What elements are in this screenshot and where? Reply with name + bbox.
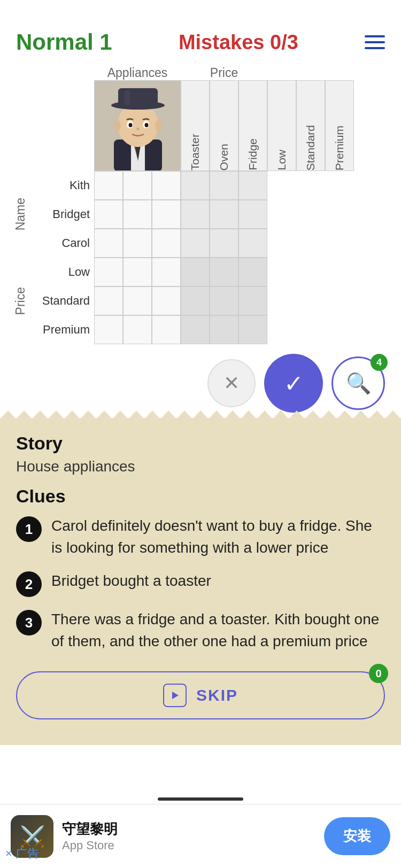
skip-button-wrapper: SKIP 0 <box>16 671 385 719</box>
confirm-button[interactable]: ✓ <box>264 354 323 413</box>
level-label: Normal 1 <box>16 29 112 55</box>
cell-standard-fridge[interactable] <box>152 286 181 315</box>
ad-banner: ⚔️ 守望黎明 App Store 安装 × 广告 <box>0 804 401 868</box>
cell-carol-premium[interactable] <box>238 229 267 258</box>
cell-standard-premium <box>238 286 267 315</box>
cell-kith-toaster[interactable] <box>94 171 123 200</box>
cell-premium-premium <box>238 315 267 344</box>
table-row-bridget[interactable] <box>94 200 354 229</box>
logic-grid: Appliances Price Name Price Kith Bridget… <box>0 66 401 344</box>
svg-point-14 <box>114 120 121 131</box>
cell-kith-premium[interactable] <box>238 171 267 200</box>
cell-premium-low <box>181 315 210 344</box>
header: Normal 1 Mistakes 0/3 <box>0 0 401 66</box>
clue-item-2: 2 Bridget bought a toaster <box>16 570 385 597</box>
cell-premium-toaster[interactable] <box>94 315 123 344</box>
cells-header-row: Toaster Oven Fridge Low Standard <box>94 80 354 171</box>
cell-bridget-oven[interactable] <box>123 200 152 229</box>
cell-low-premium <box>238 258 267 286</box>
svg-point-13 <box>145 123 149 127</box>
clue-number-3: 3 <box>16 610 42 636</box>
cell-low-toaster[interactable] <box>94 258 123 286</box>
col-header-oven: Oven <box>210 80 238 171</box>
col-header-fridge: Fridge <box>238 80 267 171</box>
cell-kith-fridge[interactable] <box>152 171 181 200</box>
cell-bridget-toaster[interactable] <box>94 200 123 229</box>
cell-carol-oven[interactable] <box>123 229 152 258</box>
cell-bridget-fridge[interactable] <box>152 200 181 229</box>
cell-bridget-premium[interactable] <box>238 200 267 229</box>
cell-standard-low <box>181 286 210 315</box>
ad-title: 守望黎明 <box>62 820 315 839</box>
cells-area: Toaster Oven Fridge Low Standard <box>94 80 354 344</box>
price-section-label: Price <box>11 258 30 344</box>
side-labels: Name Price <box>11 80 30 344</box>
ad-install-button[interactable]: 安装 <box>324 817 390 855</box>
row-name-low: Low <box>30 258 94 286</box>
cell-standard-oven[interactable] <box>123 286 152 315</box>
row-name-kith: Kith <box>30 171 94 200</box>
skip-play-icon <box>163 684 187 707</box>
row-name-carol: Carol <box>30 229 94 258</box>
clue-text-3: There was a fridge and a toaster. Kith b… <box>51 609 385 652</box>
story-text: House appliances <box>16 458 385 475</box>
svg-rect-8 <box>118 88 158 108</box>
cell-premium-oven[interactable] <box>123 315 152 344</box>
appliances-col-label: Appliances <box>94 66 181 80</box>
cell-low-low <box>181 258 210 286</box>
cell-bridget-standard[interactable] <box>210 200 238 229</box>
ad-subtitle: App Store <box>62 839 315 852</box>
cell-carol-fridge[interactable] <box>152 229 181 258</box>
ad-close-button[interactable]: × 广告 <box>5 846 39 862</box>
cell-kith-low[interactable] <box>181 171 210 200</box>
skip-label: SKIP <box>196 686 238 704</box>
story-title: Story <box>16 433 385 454</box>
clue-number-1: 1 <box>16 516 42 542</box>
cell-premium-fridge[interactable] <box>152 315 181 344</box>
row-name-col: Kith Bridget Carol Low Standard Premium <box>30 80 94 344</box>
table-row-standard[interactable] <box>94 286 354 315</box>
clue-number-2: 2 <box>16 571 42 597</box>
menu-button[interactable] <box>365 35 385 49</box>
search-badge: 4 <box>371 354 388 371</box>
table-row-premium[interactable] <box>94 315 354 344</box>
cell-carol-low[interactable] <box>181 229 210 258</box>
search-icon: 🔍 <box>346 371 371 395</box>
action-row: ✕ ✓ 🔍 4 <box>0 344 401 413</box>
cell-low-oven[interactable] <box>123 258 152 286</box>
cell-carol-toaster[interactable] <box>94 229 123 258</box>
col-header-premium: Premium <box>325 80 354 171</box>
ad-info: 守望黎明 App Store <box>62 820 315 852</box>
col-header-standard: Standard <box>296 80 325 171</box>
cell-bridget-low[interactable] <box>181 200 210 229</box>
cancel-button[interactable]: ✕ <box>207 359 256 407</box>
row-name-bridget: Bridget <box>30 200 94 229</box>
svg-point-15 <box>155 120 161 131</box>
svg-marker-16 <box>172 692 179 699</box>
clue-item-3: 3 There was a fridge and a toaster. Kith… <box>16 609 385 652</box>
table-inner: Kith Bridget Carol Low Standard Premium <box>30 80 354 344</box>
row-name-premium: Premium <box>30 315 94 344</box>
search-button[interactable]: 🔍 4 <box>331 356 385 410</box>
table-row-low[interactable] <box>94 258 354 286</box>
cell-kith-standard[interactable] <box>210 171 238 200</box>
row-name-standard: Standard <box>30 286 94 315</box>
cell-premium-standard <box>210 315 238 344</box>
clues-title: Clues <box>16 486 385 507</box>
svg-rect-9 <box>125 90 130 105</box>
table-row-carol[interactable] <box>94 229 354 258</box>
cell-kith-oven[interactable] <box>123 171 152 200</box>
skip-button[interactable]: SKIP <box>16 671 385 719</box>
portrait <box>94 80 181 171</box>
cell-low-fridge[interactable] <box>152 258 181 286</box>
cell-standard-toaster[interactable] <box>94 286 123 315</box>
table-row-kith[interactable] <box>94 171 354 200</box>
cell-carol-standard[interactable] <box>210 229 238 258</box>
clue-text-2: Bridget bought a toaster <box>51 570 211 592</box>
col-header-low: Low <box>267 80 296 171</box>
clue-item-1: 1 Carol definitely doesn't want to buy a… <box>16 515 385 559</box>
cell-standard-standard <box>210 286 238 315</box>
price-col-label: Price <box>181 66 267 80</box>
skip-badge: 0 <box>369 664 388 683</box>
col-section-labels: Appliances Price <box>94 66 267 80</box>
